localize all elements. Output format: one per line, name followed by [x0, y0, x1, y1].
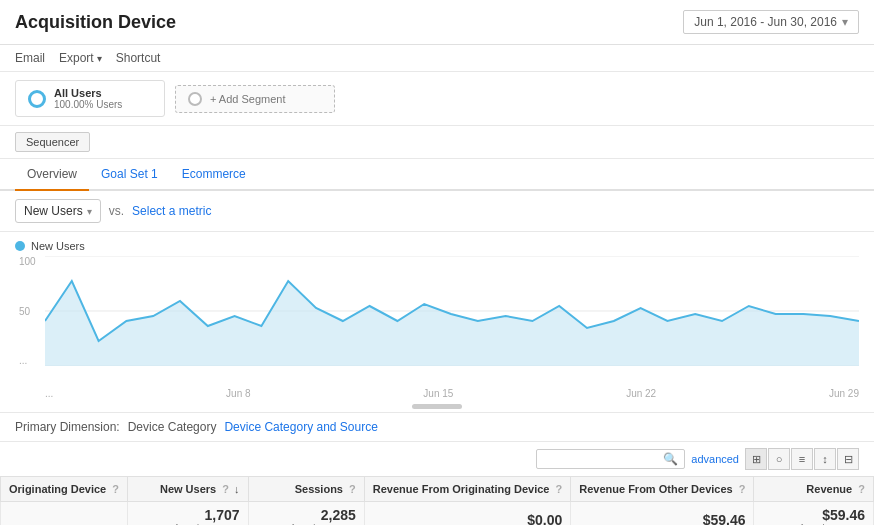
- view-icons-group: ⊞ ○ ≡ ↕ ⊟: [745, 448, 859, 470]
- segment-name: All Users: [54, 87, 122, 99]
- advanced-link[interactable]: advanced: [691, 453, 739, 465]
- metric-bar: New Users ▾ vs. Select a metric: [0, 191, 874, 232]
- help-icon: ?: [858, 483, 865, 495]
- view-icon-pivot[interactable]: ⊟: [837, 448, 859, 470]
- date-range-arrow: ▾: [842, 15, 848, 29]
- totals-sessions-cell: 2,285 % of Total: 100.00% (2,285): [248, 502, 364, 526]
- search-box[interactable]: 🔍: [536, 449, 685, 469]
- metric-dropdown-arrow: ▾: [87, 206, 92, 217]
- metric-label: New Users: [24, 204, 83, 218]
- export-arrow-icon: ▾: [97, 53, 102, 64]
- col-header-new-users[interactable]: New Users ? ↓: [128, 477, 249, 502]
- legend-label: New Users: [31, 240, 85, 252]
- col-header-sessions[interactable]: Sessions ?: [248, 477, 364, 502]
- add-segment-label: + Add Segment: [210, 93, 286, 105]
- view-icon-list[interactable]: ≡: [791, 448, 813, 470]
- help-icon: ?: [222, 483, 229, 495]
- shortcut-button[interactable]: Shortcut: [116, 51, 161, 65]
- primary-dimension-label: Primary Dimension:: [15, 420, 120, 434]
- legend-dot-icon: [15, 241, 25, 251]
- col-header-rev-other[interactable]: Revenue From Other Devices ?: [571, 477, 754, 502]
- sequencer-button[interactable]: Sequencer: [15, 132, 90, 152]
- email-button[interactable]: Email: [15, 51, 45, 65]
- segment-circle-icon: [28, 90, 46, 108]
- sequencer-bar: Sequencer: [0, 126, 874, 159]
- totals-rev-orig-cell: $0.00 % of Total: 100.00% ($0.00): [364, 502, 570, 526]
- view-icon-grid[interactable]: ⊞: [745, 448, 767, 470]
- segment-sub: 100.00% Users: [54, 99, 122, 110]
- primary-dimension-link[interactable]: Device Category and Source: [224, 420, 377, 434]
- table-controls: 🔍 advanced ⊞ ○ ≡ ↕ ⊟: [0, 442, 874, 476]
- chart-container: 100 50 ...: [15, 256, 859, 386]
- primary-dimension-selected: Device Category: [128, 420, 217, 434]
- toolbar: Email Export ▾ Shortcut: [0, 45, 874, 72]
- tab-ecommerce[interactable]: Ecommerce: [170, 159, 258, 191]
- segments-bar: All Users 100.00% Users + Add Segment: [0, 72, 874, 126]
- tab-goal-set-1[interactable]: Goal Set 1: [89, 159, 170, 191]
- tab-overview[interactable]: Overview: [15, 159, 89, 191]
- help-icon: ?: [112, 483, 119, 495]
- page-title: Acquisition Device: [15, 12, 176, 33]
- add-segment-circle-icon: [188, 92, 202, 106]
- chart-x-labels: ... Jun 8 Jun 15 Jun 22 Jun 29: [15, 386, 859, 399]
- segment-info: All Users 100.00% Users: [54, 87, 122, 110]
- sort-down-icon: ↓: [234, 483, 240, 495]
- vs-label: vs.: [109, 204, 124, 218]
- search-input[interactable]: [543, 453, 663, 465]
- tabs-bar: Overview Goal Set 1 Ecommerce: [0, 159, 874, 191]
- chart-legend: New Users: [15, 240, 859, 252]
- help-icon: ?: [739, 483, 746, 495]
- data-table: Originating Device ? New Users ? ↓ Sessi…: [0, 476, 874, 525]
- scroll-handle[interactable]: [412, 404, 462, 409]
- export-button[interactable]: Export ▾: [59, 51, 102, 65]
- totals-row: 1,707 % of Total: 100.00% (1,707) 2,285 …: [1, 502, 874, 526]
- select-metric-link[interactable]: Select a metric: [132, 204, 211, 218]
- col-header-rev-orig[interactable]: Revenue From Originating Device ?: [364, 477, 570, 502]
- chart-y-labels: 100 50 ...: [15, 256, 45, 366]
- col-header-device[interactable]: Originating Device ?: [1, 477, 128, 502]
- chart-scroll[interactable]: [15, 401, 859, 412]
- totals-new-users-cell: 1,707 % of Total: 100.00% (1,707): [128, 502, 249, 526]
- totals-revenue-cell: $59.46 % of Total: 100.00% ($59.46): [754, 502, 874, 526]
- view-icon-sort[interactable]: ↕: [814, 448, 836, 470]
- date-range-label: Jun 1, 2016 - Jun 30, 2016: [694, 15, 837, 29]
- totals-device-cell: [1, 502, 128, 526]
- chart-svg-container[interactable]: [45, 256, 859, 366]
- totals-rev-other-cell: $59.46 % of Total: 100.00% ($59.46): [571, 502, 754, 526]
- col-header-revenue[interactable]: Revenue ?: [754, 477, 874, 502]
- help-icon: ?: [349, 483, 356, 495]
- primary-dimension-bar: Primary Dimension: Device Category Devic…: [0, 412, 874, 442]
- help-icon: ?: [556, 483, 563, 495]
- metric-dropdown[interactable]: New Users ▾: [15, 199, 101, 223]
- chart-area: New Users 100 50 ... ... Jun 8 Jun 15 Ju…: [0, 232, 874, 412]
- search-icon[interactable]: 🔍: [663, 452, 678, 466]
- all-users-segment[interactable]: All Users 100.00% Users: [15, 80, 165, 117]
- add-segment-button[interactable]: + Add Segment: [175, 85, 335, 113]
- page-header: Acquisition Device Jun 1, 2016 - Jun 30,…: [0, 0, 874, 45]
- view-icon-circle[interactable]: ○: [768, 448, 790, 470]
- line-chart: [45, 256, 859, 366]
- date-range-picker[interactable]: Jun 1, 2016 - Jun 30, 2016 ▾: [683, 10, 859, 34]
